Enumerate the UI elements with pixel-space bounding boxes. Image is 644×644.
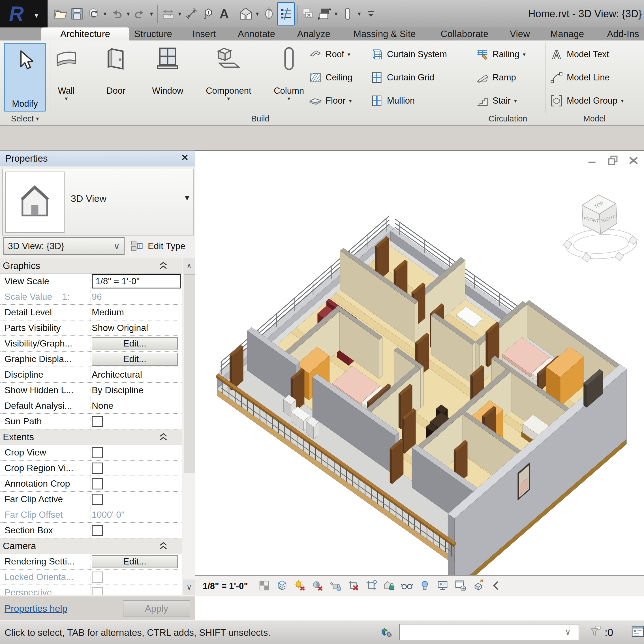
tab-add-ins[interactable]: Add-Ins <box>593 27 644 40</box>
open-file-button[interactable] <box>52 3 69 25</box>
checkbox[interactable] <box>92 494 103 505</box>
model-line-button[interactable]: Model Line <box>549 66 624 89</box>
viewcube[interactable]: TOP FRONT RIGHT <box>559 184 641 269</box>
properties-scrollbar[interactable]: ∧ ∨ <box>183 258 195 595</box>
redo-button[interactable] <box>132 3 148 25</box>
property-row-graphic-displa[interactable]: Graphic Displa...Edit... <box>0 352 182 367</box>
roof-button[interactable]: Roof▾ <box>308 43 352 66</box>
section-button[interactable] <box>261 3 277 25</box>
locked-view-button[interactable] <box>382 579 396 593</box>
tab-view[interactable]: View <box>498 27 542 40</box>
model-panel-label[interactable]: Model <box>545 113 644 124</box>
property-row-rendering-setti[interactable]: Rendering Setti...Edit... <box>0 554 182 570</box>
edit-type-button[interactable]: Edit Type <box>130 237 194 255</box>
build-panel-label[interactable]: Build <box>50 113 471 124</box>
mullion-button[interactable]: Mullion <box>369 89 447 112</box>
text-button[interactable]: A <box>216 3 232 25</box>
close-icon[interactable] <box>180 153 190 164</box>
visual-style-button[interactable] <box>275 579 289 593</box>
properties-toggle-icon[interactable] <box>631 624 644 639</box>
worksharing-display-button[interactable] <box>436 579 449 593</box>
model-text-button[interactable]: AModel Text <box>549 43 624 66</box>
scrollbar-thumb[interactable] <box>184 274 195 473</box>
tab-manage[interactable]: Manage <box>536 27 598 40</box>
design-options-combo[interactable] <box>399 624 579 640</box>
section-header-graphics[interactable]: Graphics <box>0 258 182 274</box>
model-group-button[interactable]: Model Group▾ <box>549 89 624 112</box>
switch-windows-button[interactable] <box>316 3 333 25</box>
customize-qat-button[interactable] <box>363 3 379 25</box>
revit-application-button[interactable]: R▾ <box>0 0 48 27</box>
view-scale-control[interactable]: 1/8" = 1'-0" <box>203 581 248 591</box>
tab-insert[interactable]: Insert <box>178 27 230 40</box>
property-row-crop-view[interactable]: Crop View <box>0 445 182 461</box>
combo-chevron-icon[interactable]: ∨ <box>565 627 571 637</box>
tag-button[interactable]: 1 <box>200 3 216 25</box>
edit-button[interactable]: Edit... <box>92 353 178 366</box>
property-row-visibility-graph[interactable]: Visibility/Graph...Edit... <box>0 336 182 352</box>
type-preview-thumbnail[interactable] <box>5 172 65 233</box>
property-row-section-box[interactable]: Section Box <box>0 523 182 538</box>
floor-button[interactable]: Floor▾ <box>308 89 352 112</box>
ceiling-button[interactable]: Ceiling <box>308 66 352 89</box>
minimize-icon[interactable] <box>586 154 599 167</box>
edit-button[interactable]: Edit... <box>92 337 178 350</box>
checkbox[interactable] <box>92 416 103 427</box>
checkbox[interactable] <box>92 447 103 458</box>
select-panel-label[interactable]: Select ▾ <box>0 113 50 124</box>
selection-filter-icon[interactable] <box>588 624 602 639</box>
properties-help-link[interactable]: Properties help <box>5 603 67 614</box>
property-row-far-clip-offset[interactable]: Far Clip Offset1000' 0" <box>0 507 182 523</box>
property-row-scale-value[interactable]: Scale Value 1:96 <box>0 289 182 305</box>
crop-view-button[interactable] <box>347 579 360 593</box>
property-row-far-clip-active[interactable]: Far Clip Active <box>0 492 182 507</box>
tab-massing-site[interactable]: Massing & Site <box>338 27 431 40</box>
section-header-camera[interactable]: Camera <box>0 538 182 554</box>
stair-button[interactable]: Stair▾ <box>475 89 526 112</box>
circulation-panel-label[interactable]: Circulation <box>471 113 545 124</box>
property-row-perspective[interactable]: Perspective <box>0 585 182 595</box>
save-button[interactable] <box>69 3 85 25</box>
component-button[interactable]: Component▾ <box>206 42 251 113</box>
restore-icon[interactable] <box>607 154 620 167</box>
scroll-up-icon[interactable]: ∧ <box>183 258 195 274</box>
tab-analyze[interactable]: Analyze <box>284 27 343 40</box>
dropdown-icon[interactable]: ▾ <box>254 10 261 18</box>
tab-architecture[interactable]: Architecture <box>41 27 129 40</box>
property-row-detail-level[interactable]: Detail LevelMedium <box>0 305 182 320</box>
section-header-extents[interactable]: Extents <box>0 429 182 445</box>
dropdown-icon[interactable]: ▾ <box>176 10 183 18</box>
modify-button[interactable]: Modify <box>4 43 46 112</box>
curtain-system-button[interactable]: Curtain System <box>369 43 447 66</box>
checkbox[interactable] <box>92 525 103 536</box>
default-3d-view-button[interactable] <box>238 3 254 25</box>
temporary-view-properties-button[interactable] <box>454 579 467 593</box>
dropdown-icon[interactable]: ▾ <box>102 10 108 18</box>
displacement-button[interactable] <box>472 579 485 593</box>
tab-structure[interactable]: Structure <box>120 27 186 40</box>
type-dropdown-icon[interactable]: ▼ <box>183 194 191 202</box>
sun-path-button[interactable] <box>293 579 307 593</box>
edit-button[interactable]: Edit... <box>92 555 178 568</box>
collapse-section-icon[interactable] <box>159 432 168 443</box>
dropdown-icon[interactable]: ▾ <box>148 10 155 18</box>
property-row-crop-region-vi[interactable]: Crop Region Vi... <box>0 461 182 476</box>
dropdown-icon[interactable]: ▾ <box>333 10 339 18</box>
view-scale-value[interactable]: 1/8" = 1'-0" <box>92 274 181 288</box>
property-row-discipline[interactable]: DisciplineArchitectural <box>0 367 182 383</box>
window-button[interactable]: Window <box>152 42 183 113</box>
crop-region-button[interactable] <box>365 579 378 593</box>
properties-title-bar[interactable]: Properties <box>0 151 195 166</box>
door-button[interactable]: Door <box>102 42 130 113</box>
apply-button[interactable]: Apply <box>123 600 190 617</box>
dropdown-icon[interactable]: ▾ <box>125 10 132 18</box>
worksets-icon[interactable] <box>379 625 394 640</box>
rendering-dialog-button[interactable] <box>329 579 342 593</box>
tab-collaborate[interactable]: Collaborate <box>426 27 503 40</box>
measure-button[interactable] <box>160 3 176 25</box>
close-view-icon[interactable] <box>627 154 640 167</box>
undo-button[interactable] <box>108 3 125 25</box>
ramp-button[interactable]: Ramp <box>475 66 526 89</box>
property-row-annotation-crop[interactable]: Annotation Crop <box>0 476 182 492</box>
property-row-show-hidden-l[interactable]: Show Hidden L...By Discipline <box>0 383 182 398</box>
